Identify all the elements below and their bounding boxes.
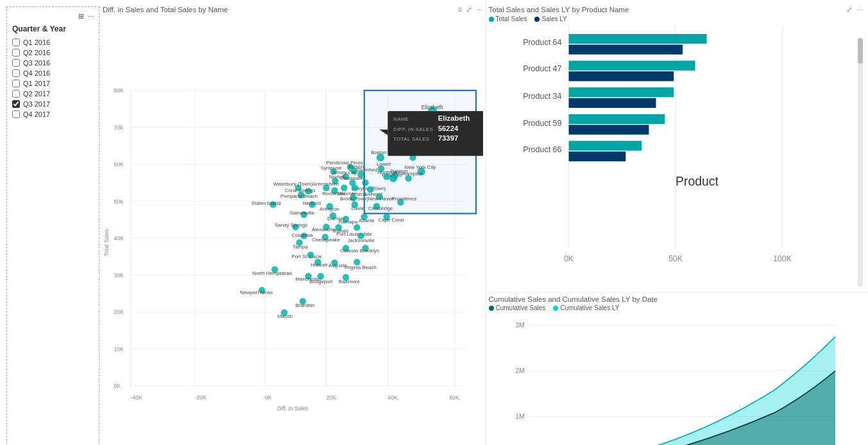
bar-more-icon[interactable]: ···	[856, 5, 863, 14]
cumulative-svg: 3M 2M 1M 0M Aug 2017 Sep 2017	[489, 314, 864, 445]
svg-text:TOTAL SALES: TOTAL SALES	[393, 136, 429, 142]
svg-text:Waterbury (Town): Waterbury (Town)	[273, 181, 313, 187]
filter-item-label: Q1 2016	[23, 39, 50, 46]
filter-item-label: Q3 2017	[23, 100, 50, 108]
bar-p64-total[interactable]	[568, 34, 706, 44]
svg-text:Macon: Macon	[278, 313, 293, 319]
bar-svg: 0K 50K 100K Product 64 Product 47 Produc…	[489, 25, 844, 274]
filter-item[interactable]: Q2 2017	[12, 89, 94, 99]
svg-text:Bridgeport: Bridgeport	[309, 279, 333, 284]
filter-checkbox[interactable]	[12, 80, 20, 87]
svg-text:0K: 0K	[114, 383, 121, 389]
svg-text:Greensboro: Greensboro	[312, 181, 339, 187]
svg-text:Product: Product	[676, 174, 719, 188]
bar-p34-total[interactable]	[568, 87, 674, 97]
bar-legend: Total Sales Sales LY	[489, 15, 864, 22]
svg-text:Atlanta: Atlanta	[359, 218, 375, 223]
filter-item-label: Q1 2017	[23, 80, 50, 87]
filter-checkbox[interactable]	[12, 39, 20, 46]
bar-header: Total Sales and Sales LY by Product Name…	[489, 5, 864, 14]
bar-expand-icon[interactable]: ⤢	[846, 5, 853, 14]
scatter-svg: 80K 70K 60K 50K 40K 30K 20K 10K 0K	[103, 15, 483, 445]
filter-panel-icons: ⊞ ···	[12, 12, 94, 21]
bar-p66-total[interactable]	[568, 141, 642, 150]
svg-text:Product 34: Product 34	[523, 92, 561, 101]
svg-text:Arlington: Arlington	[319, 206, 339, 212]
svg-text:Jacksonville: Jacksonville	[348, 238, 375, 243]
filter-checkbox[interactable]	[12, 49, 20, 57]
svg-text:Sandy Springs: Sandy Springs	[275, 222, 307, 228]
svg-text:70K: 70K	[114, 125, 124, 131]
filter-items: Q1 2016Q2 2016Q3 2016Q4 2016Q1 2017Q2 20…	[12, 37, 94, 119]
filter-panel: ⊞ ··· Quarter & Year Q1 2016Q2 2016Q3 20…	[6, 6, 99, 445]
legend-label-ly: Sales LY	[541, 15, 566, 22]
svg-text:Virginia Beach: Virginia Beach	[344, 265, 376, 270]
dot-ftlauderdale[interactable]	[353, 224, 360, 231]
expand-icon[interactable]: ⤢	[466, 5, 472, 14]
svg-text:Davie: Davie	[352, 205, 364, 211]
filter-item[interactable]: Q1 2017	[12, 78, 94, 89]
bar-p34-ly[interactable]	[568, 98, 656, 108]
legend-label-cum: Cumulative Sales	[496, 304, 546, 311]
more-icon[interactable]: ···	[88, 12, 94, 21]
filter-item[interactable]: Q2 2016	[12, 48, 94, 58]
svg-text:Product 59: Product 59	[523, 119, 561, 128]
svg-text:100K: 100K	[772, 254, 792, 263]
filter-item-label: Q3 2016	[23, 59, 50, 67]
svg-text:Tampa: Tampa	[293, 244, 308, 250]
bar-p64-ly[interactable]	[568, 45, 683, 55]
legend-cumulative-ly: Cumulative Sales LY	[553, 304, 619, 311]
filter-item[interactable]: Q4 2016	[12, 68, 94, 78]
bar-icons: ⤢ ···	[846, 5, 863, 14]
filter-checkbox[interactable]	[12, 100, 20, 108]
filter-item-label: Q2 2017	[23, 90, 50, 98]
bar-scrollbar-thumb[interactable]	[858, 38, 863, 64]
svg-text:Product 66: Product 66	[523, 145, 561, 154]
filter-item[interactable]: Q4 2017	[12, 109, 94, 119]
legend-label-total: Total Sales	[496, 15, 527, 22]
scatter-container: 80K 70K 60K 50K 40K 30K 20K 10K 0K	[103, 15, 483, 445]
filter-item[interactable]: Q3 2016	[12, 58, 94, 68]
svg-text:30K: 30K	[114, 272, 124, 279]
grid-icon[interactable]: ⊞	[78, 12, 84, 21]
filter-item[interactable]: Q3 2017	[12, 99, 94, 109]
svg-text:DIFF. IN SALES: DIFF. IN SALES	[393, 127, 433, 132]
bar-p47-total[interactable]	[568, 60, 695, 70]
scatter-title: Diff. in Sales and Total Sales by Name	[103, 6, 228, 13]
svg-text:Pompano Beach: Pompano Beach	[280, 193, 318, 199]
svg-text:3M: 3M	[515, 322, 525, 329]
bar-p66-ly[interactable]	[568, 152, 625, 161]
svg-text:Newport News: Newport News	[240, 290, 273, 295]
svg-text:Baltimore: Baltimore	[339, 279, 360, 284]
cumulative-legend: Cumulative Sales Cumulative Sales LY	[489, 304, 864, 311]
bar-p47-ly[interactable]	[568, 71, 674, 81]
svg-text:20K: 20K	[327, 394, 337, 401]
svg-text:40K: 40K	[114, 235, 124, 241]
filter-title: Quarter & Year	[12, 24, 94, 33]
bar-scrollbar[interactable]	[858, 38, 863, 287]
filter-checkbox[interactable]	[12, 110, 20, 118]
svg-text:40K: 40K	[387, 394, 398, 401]
svg-text:Brooklyn: Brooklyn	[360, 249, 379, 254]
more-dots-icon[interactable]: ···	[476, 5, 482, 14]
svg-text:NAME: NAME	[393, 116, 409, 122]
legend-cumulative-sales: Cumulative Sales	[489, 304, 546, 311]
legend-dot-cum	[489, 306, 494, 311]
bar-p59-total[interactable]	[568, 114, 665, 124]
tooltip: NAME Elizabeth DIFF. IN SALES 56224 TOTA…	[379, 111, 482, 156]
filter-item[interactable]: Q1 2016	[12, 37, 94, 48]
svg-text:Columbia: Columbia	[292, 232, 314, 238]
svg-text:-20K: -20K	[195, 394, 207, 401]
cumulative-title: Cumulative Sales and Cumulative Sales LY…	[489, 295, 658, 303]
filter-checkbox[interactable]	[12, 59, 20, 67]
lines-icon[interactable]: ≡	[457, 5, 462, 14]
bar-p59-ly[interactable]	[568, 125, 649, 134]
bar-title: Total Sales and Sales LY by Product Name	[489, 6, 629, 13]
filter-checkbox[interactable]	[12, 90, 20, 98]
dot-athens[interactable]	[352, 184, 358, 191]
svg-text:1M: 1M	[515, 413, 525, 421]
svg-text:60K: 60K	[449, 394, 459, 401]
filter-checkbox[interactable]	[12, 69, 20, 77]
cumulative-header: Cumulative Sales and Cumulative Sales LY…	[489, 295, 864, 303]
svg-text:10K: 10K	[114, 346, 124, 353]
